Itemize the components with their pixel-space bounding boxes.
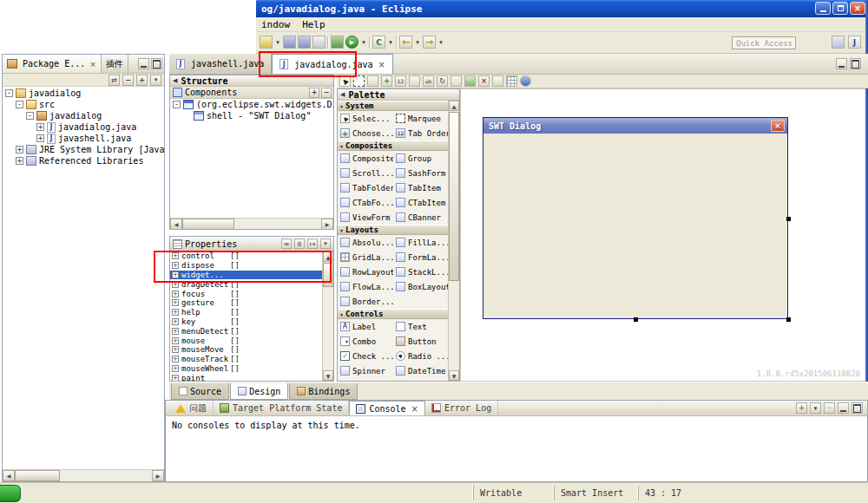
tree-expander-icon[interactable] bbox=[16, 101, 23, 108]
palette-section-controls[interactable]: Controls bbox=[338, 309, 449, 319]
show-events-icon[interactable] bbox=[294, 238, 305, 249]
scroll-left-icon[interactable]: ◀ bbox=[170, 219, 182, 230]
swt-dialog-preview[interactable]: SWT Dialog × bbox=[483, 117, 788, 319]
palette-item[interactable]: Marquee bbox=[393, 111, 449, 126]
tab-source[interactable]: Source bbox=[171, 383, 229, 400]
palette-item[interactable]: CTabItem bbox=[393, 195, 449, 210]
palette-item[interactable]: Combo bbox=[338, 334, 393, 349]
close-icon[interactable]: × bbox=[89, 60, 96, 69]
tab-bindings[interactable]: Bindings bbox=[289, 383, 358, 400]
tab-target-platform-state[interactable]: Target Platform State bbox=[214, 401, 349, 415]
palette-item[interactable]: Group bbox=[393, 151, 449, 166]
print-icon[interactable] bbox=[312, 36, 326, 49]
property-row[interactable]: dragDetect [] bbox=[170, 279, 322, 289]
expand-icon[interactable] bbox=[172, 318, 179, 325]
close-icon[interactable]: × bbox=[378, 60, 385, 69]
view-menu-icon[interactable] bbox=[320, 238, 331, 249]
tab-javashell[interactable]: javashell.java bbox=[169, 54, 272, 74]
scroll-up-icon[interactable]: ▲ bbox=[323, 252, 333, 262]
expand-icon[interactable] bbox=[172, 271, 179, 278]
property-row[interactable]: mouse [] bbox=[170, 336, 322, 345]
palette-item[interactable]: Absolu... bbox=[338, 235, 393, 250]
select-tool-icon[interactable] bbox=[339, 75, 351, 87]
maximize-view-icon[interactable] bbox=[850, 58, 861, 69]
view-menu-icon[interactable] bbox=[150, 75, 161, 86]
save-all-icon[interactable] bbox=[298, 36, 311, 49]
marquee-tool-icon[interactable] bbox=[353, 75, 365, 87]
delete-icon[interactable] bbox=[478, 75, 490, 87]
dropdown-icon[interactable] bbox=[414, 36, 421, 49]
property-row[interactable]: mouseWheel [] bbox=[170, 364, 322, 374]
palette-item[interactable]: Button bbox=[393, 334, 449, 349]
choose-component-icon[interactable] bbox=[381, 75, 392, 87]
separator[interactable] bbox=[367, 75, 378, 87]
maximize-view-icon[interactable] bbox=[151, 58, 162, 69]
scroll-left-icon[interactable]: ◀ bbox=[3, 470, 15, 481]
minimize-view-icon[interactable] bbox=[138, 58, 149, 69]
expand-icon[interactable] bbox=[172, 309, 179, 316]
palette-item[interactable]: ViewForm bbox=[338, 210, 393, 225]
maximize-view-icon[interactable] bbox=[852, 402, 863, 414]
tree-item[interactable]: javashell.java bbox=[3, 133, 164, 144]
goto-definition-icon[interactable] bbox=[307, 238, 318, 249]
expand-icon[interactable] bbox=[172, 328, 179, 335]
expand-icon[interactable] bbox=[172, 356, 179, 363]
scrollbar-thumb[interactable] bbox=[15, 470, 60, 481]
browser-icon[interactable] bbox=[520, 75, 531, 87]
palette-item[interactable]: Text bbox=[393, 319, 449, 334]
expand-icon[interactable] bbox=[172, 262, 179, 269]
run-icon[interactable] bbox=[345, 36, 358, 49]
collapse-all-icon[interactable] bbox=[321, 88, 332, 98]
test-icon[interactable] bbox=[464, 75, 476, 87]
tree-item[interactable]: javadialog bbox=[3, 88, 164, 99]
palette-item[interactable]: Spinner bbox=[338, 363, 393, 378]
open-perspective-icon[interactable] bbox=[832, 36, 845, 49]
close-button[interactable]: × bbox=[850, 2, 865, 15]
palette-item[interactable]: Radio ... bbox=[393, 349, 449, 363]
tree-item[interactable]: javadialog.java bbox=[3, 121, 164, 133]
palette-item[interactable]: Border... bbox=[338, 294, 393, 309]
palette-item[interactable]: Check ... bbox=[338, 349, 393, 363]
property-row[interactable]: paint bbox=[170, 373, 322, 381]
tab-plugins[interactable]: 插件 bbox=[102, 55, 128, 73]
pin-console-icon[interactable] bbox=[824, 402, 835, 414]
collapse-structure-icon[interactable] bbox=[173, 77, 177, 84]
palette-item[interactable]: FormLa... bbox=[393, 250, 449, 265]
menu-help[interactable]: Help bbox=[302, 19, 326, 30]
externalize-strings-icon[interactable] bbox=[423, 75, 434, 87]
palette-item[interactable]: Composite bbox=[338, 151, 393, 166]
menu-window[interactable]: indow bbox=[261, 19, 290, 30]
palette-item[interactable]: Scroll... bbox=[338, 166, 393, 180]
table-icon[interactable] bbox=[506, 75, 517, 87]
scroll-down-icon[interactable]: ▼ bbox=[323, 370, 333, 381]
tab-console[interactable]: Console × bbox=[349, 401, 425, 415]
tab-design[interactable]: Design bbox=[230, 383, 288, 400]
palette-item[interactable]: DateTime bbox=[393, 363, 449, 378]
expand-icon[interactable] bbox=[172, 291, 179, 297]
tree-item[interactable]: shell - "SWT Dialog" bbox=[170, 110, 333, 121]
dropdown-icon[interactable] bbox=[387, 36, 394, 49]
property-row[interactable]: help [] bbox=[170, 308, 322, 317]
swt-dialog-body[interactable] bbox=[483, 134, 787, 318]
scrollbar-thumb[interactable] bbox=[182, 219, 234, 230]
property-row[interactable]: gesture [] bbox=[170, 298, 322, 308]
scrollbar-thumb[interactable] bbox=[449, 112, 459, 281]
property-row[interactable]: dispose [] bbox=[170, 261, 322, 271]
scroll-up-icon[interactable]: ▲ bbox=[449, 101, 459, 111]
tree-item[interactable]: (org.eclipse.swt.widgets.Dialog bbox=[170, 99, 333, 110]
scroll-right-icon[interactable]: ▶ bbox=[321, 219, 333, 230]
horizontal-scrollbar[interactable]: ◀ ▶ bbox=[170, 218, 333, 229]
tree-expander-icon[interactable] bbox=[16, 146, 23, 154]
palette-item[interactable]: TabItem bbox=[393, 180, 449, 195]
expand-icon[interactable] bbox=[172, 299, 179, 306]
tab-order-icon[interactable] bbox=[395, 75, 406, 87]
dropdown-icon[interactable] bbox=[437, 36, 444, 49]
expand-icon[interactable] bbox=[172, 346, 179, 353]
palette-item[interactable]: CBanner bbox=[393, 210, 449, 225]
expand-icon[interactable] bbox=[172, 365, 179, 372]
scroll-right-icon[interactable]: ▶ bbox=[152, 470, 164, 481]
property-row[interactable]: mouseMove [] bbox=[170, 345, 322, 355]
separator[interactable] bbox=[450, 75, 462, 87]
minimize-button[interactable] bbox=[815, 2, 831, 15]
palette-item[interactable]: CTabFo... bbox=[338, 195, 393, 210]
